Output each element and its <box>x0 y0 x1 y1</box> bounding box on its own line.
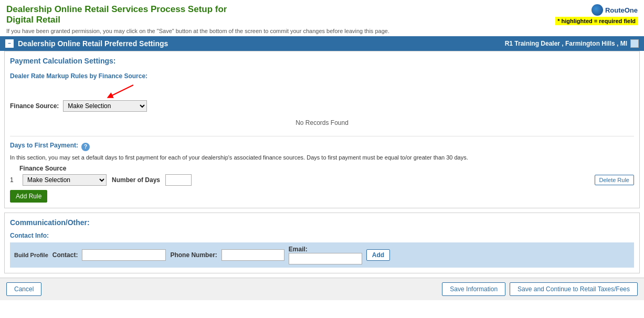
page-print-icon[interactable] <box>630 39 639 48</box>
contact-name-input[interactable] <box>82 249 166 261</box>
routeone-block: RouteOne * highlighted = required field <box>555 4 638 25</box>
finance-source-field-label: Finance Source: <box>10 102 59 110</box>
days-section: Days to First Payment: ? In this section… <box>10 136 634 203</box>
section-bar-collapse-icon[interactable]: – <box>5 39 14 48</box>
svg-line-1 <box>110 85 133 97</box>
add-contact-button[interactable]: Add <box>366 249 390 261</box>
fs-rule-row: 1 Make Selection Number of Days Delete R… <box>10 174 634 186</box>
footer-right: Save Information Save and Continue to Re… <box>442 282 638 296</box>
main-content: Payment Calculation Settings: Dealer Rat… <box>4 51 640 208</box>
fs-rule-dropdown[interactable]: Make Selection <box>23 174 107 186</box>
email-section: Email: <box>289 246 362 264</box>
footer: Cancel Save Information Save and Continu… <box>0 278 644 300</box>
phone-field-label: Phone Number: <box>170 251 217 259</box>
page-header: Dealership Online Retail Services Proces… <box>0 0 644 36</box>
section-bar: – Dealership Online Retail Preferred Set… <box>0 36 644 51</box>
page-subtitle: If you have been granted permission, you… <box>6 28 389 34</box>
days-header: Days to First Payment: ? <box>10 142 634 152</box>
dealer-rate-label: Dealer Rate Markup Rules by Finance Sour… <box>10 72 634 80</box>
footer-left: Cancel <box>6 282 41 296</box>
arrow-annotation <box>104 83 136 100</box>
finance-source-row: Finance Source: Make Selection <box>10 100 634 112</box>
num-of-days-label: Number of Days <box>112 176 160 184</box>
required-field-note: * highlighted = required field <box>555 17 638 25</box>
email-input[interactable] <box>289 253 362 264</box>
no-records-text: No Records Found <box>10 115 634 131</box>
add-rule-button[interactable]: Add Rule <box>10 190 47 203</box>
communication-heading: Communication/Other: <box>10 218 634 227</box>
help-icon[interactable]: ? <box>81 143 90 151</box>
dealer-info-text: R1 Training Dealer , Farmington Hills , … <box>505 40 627 47</box>
routeone-logo: RouteOne <box>592 4 638 16</box>
phone-input[interactable] <box>221 249 284 261</box>
page-wrapper: Dealership Online Retail Services Proces… <box>0 0 644 318</box>
finance-source-dropdown[interactable]: Make Selection <box>63 100 147 112</box>
routeone-logo-text: RouteOne <box>605 6 638 14</box>
section-bar-right: R1 Training Dealer , Farmington Hills , … <box>505 39 639 48</box>
email-field-label: Email: <box>289 246 308 253</box>
red-arrow-svg <box>104 83 136 99</box>
finance-source-column-header: Finance Source <box>10 165 634 172</box>
build-profile-label: Build Profile <box>14 251 48 259</box>
contact-field-label: Contact: <box>52 251 78 259</box>
rule-number: 1 <box>10 176 17 184</box>
contact-row: Build Profile Contact: Phone Number: Ema… <box>10 242 634 268</box>
days-description: In this section, you may set a default d… <box>10 154 634 161</box>
communication-section: Communication/Other: Contact Info: Build… <box>4 213 640 273</box>
payment-section-heading: Payment Calculation Settings: <box>10 57 634 67</box>
contact-info-label: Contact Info: <box>10 232 634 239</box>
section-bar-left: – Dealership Online Retail Preferred Set… <box>5 39 168 48</box>
page-title: Dealership Online Retail Services Proces… <box>6 4 389 26</box>
section-bar-title: Dealership Online Retail Preferred Setti… <box>18 39 168 48</box>
days-first-payment-label: Days to First Payment: <box>10 142 78 149</box>
save-continue-button[interactable]: Save and Continue to Retail Taxes/Fees <box>510 282 638 296</box>
routeone-logo-icon <box>592 4 603 16</box>
page-title-block: Dealership Online Retail Services Proces… <box>6 4 389 34</box>
cancel-button[interactable]: Cancel <box>6 282 41 296</box>
num-of-days-input[interactable] <box>165 174 192 186</box>
save-button[interactable]: Save Information <box>442 282 505 296</box>
delete-rule-button[interactable]: Delete Rule <box>595 175 634 185</box>
